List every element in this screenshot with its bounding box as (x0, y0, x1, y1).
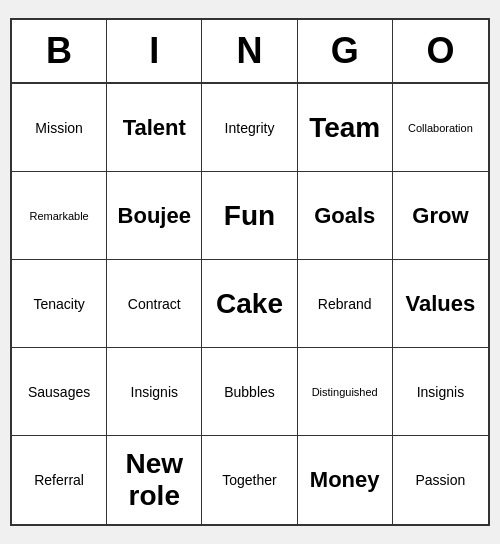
bingo-cell: Together (202, 436, 297, 524)
header-letter: B (12, 20, 107, 82)
bingo-cell: Passion (393, 436, 488, 524)
bingo-cell: Mission (12, 84, 107, 172)
bingo-cell: Values (393, 260, 488, 348)
bingo-cell: Money (298, 436, 393, 524)
bingo-cell: Sausages (12, 348, 107, 436)
header-letter: G (298, 20, 393, 82)
bingo-cell: Cake (202, 260, 297, 348)
bingo-cell: Fun (202, 172, 297, 260)
bingo-cell: Bubbles (202, 348, 297, 436)
bingo-cell: Grow (393, 172, 488, 260)
bingo-cell: Contract (107, 260, 202, 348)
bingo-cell: Referral (12, 436, 107, 524)
bingo-cell: Integrity (202, 84, 297, 172)
header-letter: N (202, 20, 297, 82)
bingo-cell: Tenacity (12, 260, 107, 348)
bingo-cell: Distinguished (298, 348, 393, 436)
bingo-cell: New role (107, 436, 202, 524)
bingo-grid: MissionTalentIntegrityTeamCollaborationR… (12, 84, 488, 524)
bingo-cell: Boujee (107, 172, 202, 260)
bingo-header: BINGO (12, 20, 488, 84)
bingo-cell: Goals (298, 172, 393, 260)
bingo-cell: Rebrand (298, 260, 393, 348)
header-letter: I (107, 20, 202, 82)
bingo-cell: Collaboration (393, 84, 488, 172)
bingo-cell: Insignis (393, 348, 488, 436)
bingo-cell: Remarkable (12, 172, 107, 260)
bingo-card: BINGO MissionTalentIntegrityTeamCollabor… (10, 18, 490, 526)
bingo-cell: Insignis (107, 348, 202, 436)
bingo-cell: Talent (107, 84, 202, 172)
header-letter: O (393, 20, 488, 82)
bingo-cell: Team (298, 84, 393, 172)
